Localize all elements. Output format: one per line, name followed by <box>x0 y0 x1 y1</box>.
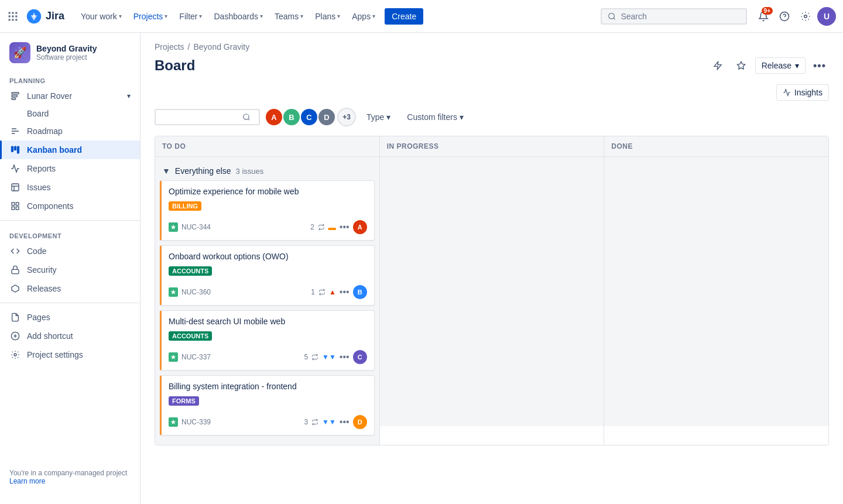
nav-projects[interactable]: Projects ▾ <box>129 8 173 25</box>
more-options-button[interactable]: ••• <box>810 56 829 75</box>
svg-rect-25 <box>12 207 15 210</box>
teams-chevron: ▾ <box>300 13 303 19</box>
story-points-icon-4 <box>311 419 318 426</box>
project-settings-label: Project settings <box>27 350 131 359</box>
board-search[interactable] <box>155 109 260 125</box>
sidebar-item-components[interactable]: Components <box>0 197 140 215</box>
svg-rect-17 <box>14 146 16 150</box>
project-icon: 🚀 <box>9 42 30 63</box>
top-nav: Jira Your work ▾ Projects ▾ Filter ▾ Das… <box>0 0 843 33</box>
roadmap-label: Roadmap <box>27 126 131 136</box>
components-label: Components <box>27 201 131 211</box>
nav-filter[interactable]: Filter ▾ <box>174 8 207 25</box>
sidebar-item-board-sub[interactable]: Board <box>0 105 140 122</box>
search-input[interactable] <box>621 12 740 21</box>
apps-grid[interactable] <box>7 11 19 22</box>
svg-marker-32 <box>737 61 745 69</box>
more-icon-2[interactable]: ••• <box>340 287 349 297</box>
lightning-button[interactable] <box>708 56 727 75</box>
svg-rect-8 <box>15 19 17 20</box>
nav-teams[interactable]: Teams ▾ <box>270 8 308 25</box>
sidebar-item-lunar-rover[interactable]: Lunar Rover ▾ <box>0 87 140 105</box>
story-points-icon-2 <box>318 289 325 296</box>
card-count-2: 1 <box>311 288 315 296</box>
board-header: Board Release ▾ ••• <box>155 56 829 75</box>
svg-rect-16 <box>11 146 13 152</box>
sidebar-item-code[interactable]: Code <box>0 242 140 260</box>
sidebar-item-roadmap[interactable]: Roadmap <box>0 122 140 140</box>
column-done-body <box>604 157 828 426</box>
sidebar-item-reports[interactable]: Reports <box>0 159 140 178</box>
board-filters: A B C D +3 Type ▾ Custom filters ▾ <box>155 108 829 126</box>
svg-rect-24 <box>16 207 19 210</box>
card-footer-4: NUC-339 3 ▼▼ ••• D <box>169 415 367 429</box>
svg-rect-23 <box>16 203 19 205</box>
group-count: 3 issues <box>236 167 264 176</box>
card-nuc-360[interactable]: Onboard workout options (OWO) ACCOUNTS N… <box>160 245 375 306</box>
issue-key-2: NUC-360 <box>181 288 211 296</box>
roadmap-icon <box>9 90 21 102</box>
nav-apps[interactable]: Apps ▾ <box>347 8 380 25</box>
sidebar-item-releases[interactable]: Releases <box>0 279 140 298</box>
svg-rect-3 <box>9 15 11 17</box>
create-button[interactable]: Create <box>385 8 423 25</box>
column-done: DONE <box>604 136 828 445</box>
group-collapse-icon[interactable]: ▼ <box>162 166 170 176</box>
jira-logo[interactable]: Jira <box>26 8 64 25</box>
sidebar-project-header[interactable]: 🚀 Beyond Gravity Software project <box>0 33 140 70</box>
column-done-header: DONE <box>604 136 828 157</box>
notifications-button[interactable]: 9+ <box>754 7 773 26</box>
user-avatar[interactable]: U <box>817 7 836 26</box>
help-button[interactable] <box>775 7 794 26</box>
card-nuc-337[interactable]: Multi-dest search UI mobile web ACCOUNTS… <box>160 310 375 371</box>
card-tag-1: BILLING <box>169 201 201 211</box>
app-layout: 🚀 Beyond Gravity Software project PLANNI… <box>0 33 843 504</box>
release-button[interactable]: Release ▾ <box>755 57 806 74</box>
avatar-more-filter[interactable]: +3 <box>337 108 356 126</box>
kanban-icon <box>9 144 21 156</box>
type-filter-button[interactable]: Type ▾ <box>361 109 396 125</box>
svg-point-30 <box>14 354 16 356</box>
issue-type-icon-3 <box>169 352 178 362</box>
card-nuc-344[interactable]: Optimize experience for mobile web BILLI… <box>160 180 375 241</box>
priority-icon-3: ▼▼ <box>322 353 336 361</box>
avatar-filter-2[interactable]: B <box>282 108 301 126</box>
search-bar[interactable] <box>601 8 747 25</box>
sidebar-item-add-shortcut[interactable]: Add shortcut <box>0 327 140 345</box>
breadcrumb-project-name[interactable]: Beyond Gravity <box>193 42 249 52</box>
breadcrumb-projects[interactable]: Projects <box>155 42 184 52</box>
avatar-filter-4[interactable]: D <box>317 108 336 126</box>
more-icon-1[interactable]: ••• <box>340 222 349 232</box>
settings-button[interactable] <box>796 7 815 26</box>
sidebar-item-pages[interactable]: Pages <box>0 308 140 327</box>
learn-more-link[interactable]: Learn more <box>9 477 45 485</box>
nav-your-work[interactable]: Your work ▾ <box>76 8 126 25</box>
lunar-rover-label: Lunar Rover <box>27 91 121 101</box>
column-todo-body: ▼ Everything else 3 issues Optimize expe… <box>155 157 379 445</box>
sidebar-item-security[interactable]: Security <box>0 260 140 279</box>
avatar-filter-1[interactable]: A <box>265 108 283 126</box>
project-name: Beyond Gravity <box>36 44 131 53</box>
issue-type-icon-4 <box>169 417 178 427</box>
card-nuc-339[interactable]: Billing system integration - frontend FO… <box>160 375 375 436</box>
avatar-filter-3[interactable]: C <box>300 108 318 126</box>
nav-plans[interactable]: Plans ▾ <box>310 8 345 25</box>
card-tag-2: ACCOUNTS <box>169 266 212 276</box>
sidebar-item-project-settings[interactable]: Project settings <box>0 345 140 364</box>
board-search-input[interactable] <box>160 112 242 122</box>
sidebar-item-kanban[interactable]: Kanban board <box>0 140 140 159</box>
notification-badge: 9+ <box>762 7 773 15</box>
custom-filters-button[interactable]: Custom filters ▾ <box>401 109 470 125</box>
nav-dashboards[interactable]: Dashboards ▾ <box>209 8 268 25</box>
security-icon <box>9 264 21 276</box>
insights-button[interactable]: Insights <box>776 84 829 101</box>
more-icon-3[interactable]: ••• <box>340 352 349 362</box>
svg-rect-18 <box>17 146 19 153</box>
svg-rect-14 <box>12 95 17 97</box>
reports-label: Reports <box>27 164 131 173</box>
sidebar-item-issues[interactable]: Issues <box>0 178 140 197</box>
star-button[interactable] <box>732 56 751 75</box>
more-icon-4[interactable]: ••• <box>340 417 349 427</box>
issue-type-icon-1 <box>169 222 178 232</box>
priority-icon-1: ▬ <box>328 223 336 232</box>
